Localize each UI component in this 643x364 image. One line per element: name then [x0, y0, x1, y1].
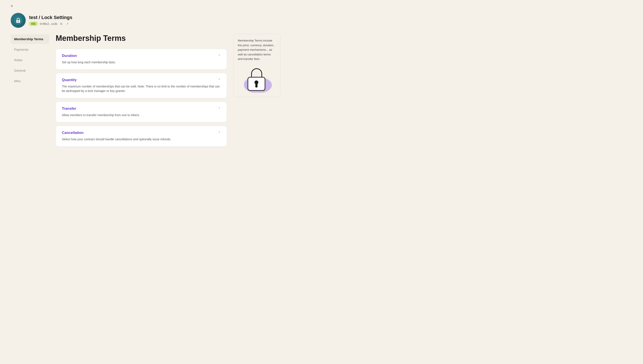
duration-description: Set up how long each membership lasts.: [62, 60, 221, 64]
cancellation-chevron-icon: ⌃: [218, 131, 221, 135]
duration-chevron-icon: ⌃: [218, 54, 221, 58]
app-header: test / Lock Settings v11 0×95c2...cc2b ⧉…: [0, 0, 643, 32]
transfer-description: Allow members to transfer membership fro…: [62, 113, 221, 118]
sidebar-right: Membership Terms include the price, curr…: [233, 32, 280, 150]
transfer-title: Transfer: [62, 106, 76, 111]
duration-header[interactable]: Duration ⌃: [62, 54, 221, 58]
duration-title: Duration: [62, 54, 77, 58]
app-title: test / Lock Settings: [29, 15, 72, 20]
main-layout: Membership Terms Payments Roles General …: [0, 32, 643, 150]
quantity-header[interactable]: Quantity ⌃: [62, 78, 221, 82]
cancellation-description: Select how your contract should handle c…: [62, 137, 221, 142]
svg-rect-8: [255, 84, 257, 88]
cancellation-header[interactable]: Cancellation ⌃: [62, 131, 221, 135]
transfer-header[interactable]: Transfer ⌃: [62, 106, 221, 111]
content-area: Membership Terms Duration ⌃ Set up how l…: [56, 32, 227, 150]
version-badge: v11: [29, 22, 38, 26]
page-title: Membership Terms: [56, 32, 227, 43]
info-panel: Membership Terms include the price, curr…: [233, 34, 280, 97]
lock-illustration: [238, 65, 276, 92]
svg-point-2: [18, 21, 19, 22]
transfer-chevron-icon: ⌃: [218, 107, 221, 111]
open-external-button[interactable]: ↗: [65, 22, 70, 26]
header-meta: v11 0×95c2...cc2b ⧉ ↗: [29, 22, 72, 26]
quantity-chevron-icon: ⌃: [218, 78, 221, 82]
cancellation-section: Cancellation ⌃ Select how your contract …: [56, 126, 227, 146]
close-button[interactable]: ×: [11, 4, 13, 8]
address-text: 0×95c2...cc2b: [40, 22, 57, 26]
sidebar-item-misc[interactable]: Misc.: [11, 76, 49, 86]
quantity-section: Quantity ⌃ The maximum number of members…: [56, 73, 227, 98]
transfer-section: Transfer ⌃ Allow members to transfer mem…: [56, 102, 227, 122]
avatar: [11, 13, 26, 28]
quantity-title: Quantity: [62, 78, 77, 82]
cancellation-title: Cancellation: [62, 131, 84, 135]
copy-address-button[interactable]: ⧉: [59, 22, 63, 26]
info-panel-text: Membership Terms include the price, curr…: [238, 38, 276, 62]
header-info: test / Lock Settings v11 0×95c2...cc2b ⧉…: [29, 15, 72, 26]
sidebar: Membership Terms Payments Roles General …: [11, 32, 49, 150]
sidebar-item-membership-terms[interactable]: Membership Terms: [11, 34, 49, 44]
duration-section: Duration ⌃ Set up how long each membersh…: [56, 49, 227, 70]
sidebar-item-payments[interactable]: Payments: [11, 45, 49, 54]
sidebar-item-roles[interactable]: Roles: [11, 55, 49, 65]
quantity-description: The maximum number of memberships that c…: [62, 84, 221, 93]
sidebar-item-general[interactable]: General: [11, 66, 49, 75]
